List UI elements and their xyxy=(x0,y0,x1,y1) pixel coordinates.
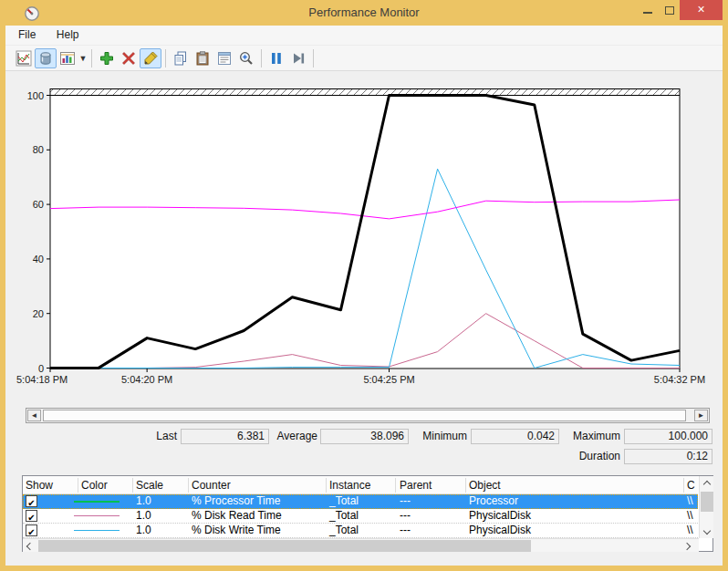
scroll-right-arrow-icon[interactable] xyxy=(683,543,690,549)
toolbar-add-counter[interactable] xyxy=(96,48,118,68)
scale-value: 1.0 xyxy=(136,524,151,537)
scroll-left-arrow-icon[interactable] xyxy=(26,543,33,549)
step-forward-icon xyxy=(290,50,307,67)
stat-average-label: Average xyxy=(259,429,317,443)
toolbar-highlight[interactable] xyxy=(140,48,161,68)
x-axis-label: 5:04:32 PM xyxy=(639,373,721,386)
col-parent[interactable]: Parent xyxy=(400,476,432,494)
add-plus-icon xyxy=(99,50,115,67)
scroll-up-arrow-icon[interactable] xyxy=(703,481,710,487)
x-axis-label: 5:04:20 PM xyxy=(106,373,188,386)
color-swatch xyxy=(74,530,120,531)
minimize-button[interactable] xyxy=(637,0,659,20)
stat-minimum-label: Minimum xyxy=(409,429,467,443)
col-object[interactable]: Object xyxy=(469,476,501,494)
col-scale[interactable]: Scale xyxy=(136,476,163,494)
delete-x-icon xyxy=(120,50,137,67)
title-bar[interactable]: Performance Monitor × xyxy=(0,0,728,26)
legend-row-disk-write-time[interactable]: ✔ 1.0 % Disk Write Time _Total --- Physi… xyxy=(23,524,698,538)
scale-value: 1.0 xyxy=(136,494,151,508)
toolbar-change-graph-type[interactable] xyxy=(57,48,78,68)
legend-row-processor-time[interactable]: ✔ 1.0 % Processor Time _Total --- Proces… xyxy=(23,494,698,509)
scroll-left-arrow-icon[interactable]: ◄ xyxy=(27,410,41,421)
minimize-icon xyxy=(643,12,652,14)
chart-svg xyxy=(47,88,683,375)
stat-last-label: Last xyxy=(119,429,177,443)
toolbar-properties[interactable] xyxy=(213,48,235,68)
paste-clipboard-icon xyxy=(194,50,211,67)
y-axis-label: 20 xyxy=(13,307,44,320)
toolbar-separator xyxy=(91,49,92,67)
computer-value: \\ xyxy=(687,524,693,537)
highlight-pencil-icon xyxy=(142,50,159,67)
stat-maximum-value: 100.000 xyxy=(624,429,712,444)
parent-value: --- xyxy=(400,524,411,537)
computer-value: \\ xyxy=(687,494,693,508)
toolbar-paste-counter-list[interactable] xyxy=(192,48,213,68)
color-swatch xyxy=(74,515,120,516)
y-axis-label: 80 xyxy=(13,143,44,156)
toolbar-update-data[interactable] xyxy=(287,48,309,68)
graph-type-dropdown-arrow[interactable]: ▼ xyxy=(78,54,88,63)
toolbar-delete-counter[interactable] xyxy=(118,48,140,68)
stat-minimum-value: 0.042 xyxy=(471,429,559,444)
col-color[interactable]: Color xyxy=(81,476,108,494)
show-checkbox[interactable]: ✔ xyxy=(26,524,37,536)
maximize-button[interactable] xyxy=(659,0,681,20)
maximize-icon xyxy=(665,6,674,15)
menu-help[interactable]: Help xyxy=(48,26,88,44)
log-data-cylinder-icon xyxy=(37,50,54,67)
scroll-right-arrow-icon[interactable]: ► xyxy=(694,410,708,421)
object-value: PhysicalDisk xyxy=(469,509,531,523)
chart-activity-icon xyxy=(16,50,32,67)
window-title: Performance Monitor xyxy=(0,5,728,19)
toolbar-view-log-data[interactable] xyxy=(35,48,57,68)
toolbar-separator xyxy=(165,49,166,67)
x-axis-label: 5:04:18 PM xyxy=(16,373,68,386)
y-axis-labels: 100806040200 xyxy=(13,88,44,380)
legend-vscroll-thumb[interactable] xyxy=(701,492,713,512)
toolbar-separator xyxy=(313,49,314,67)
time-scrollbar-thumb[interactable] xyxy=(43,410,686,421)
close-button[interactable]: × xyxy=(680,0,723,20)
col-show[interactable]: Show xyxy=(26,476,53,494)
toolbar-copy-properties[interactable] xyxy=(170,48,192,68)
toolbar-zoom[interactable] xyxy=(235,48,257,68)
show-checkbox[interactable]: ✔ xyxy=(26,495,37,507)
object-value: Processor xyxy=(469,494,518,508)
scale-value: 1.0 xyxy=(136,509,151,523)
legend-horizontal-scrollbar[interactable] xyxy=(23,538,699,552)
properties-icon xyxy=(216,50,233,67)
col-instance[interactable]: Instance xyxy=(329,476,370,494)
col-computer[interactable]: C xyxy=(687,476,695,494)
col-counter[interactable]: Counter xyxy=(192,476,231,494)
toolbar: ▼ xyxy=(5,46,723,71)
toolbar-separator xyxy=(261,49,262,67)
counter-name: % Disk Write Time xyxy=(192,524,281,537)
object-value: PhysicalDisk xyxy=(469,524,531,537)
toolbar-view-current-activity[interactable] xyxy=(13,48,35,68)
toolbar-freeze-display[interactable] xyxy=(265,48,287,68)
parent-value: --- xyxy=(400,509,411,523)
menu-bar: File Help xyxy=(5,26,723,46)
menu-file[interactable]: File xyxy=(10,26,44,44)
counter-name: % Processor Time xyxy=(192,494,280,508)
computer-value: \\ xyxy=(687,509,693,523)
close-icon: × xyxy=(697,2,704,16)
time-range-scrollbar[interactable]: ◄ ► xyxy=(26,408,710,423)
counter-name: % Disk Read Time xyxy=(192,509,282,523)
stat-duration-value: 0:12 xyxy=(624,449,712,464)
instance-value: _Total xyxy=(329,494,359,508)
legend-hscroll-thumb[interactable] xyxy=(38,540,531,552)
instance-value: _Total xyxy=(329,509,359,523)
legend-row-disk-read-time[interactable]: ✔ 1.0 % Disk Read Time _Total --- Physic… xyxy=(23,509,698,524)
zoom-magnifier-icon xyxy=(238,50,255,67)
parent-value: --- xyxy=(400,494,411,508)
show-checkbox[interactable]: ✔ xyxy=(26,510,37,522)
legend-vertical-scrollbar[interactable] xyxy=(699,476,713,538)
x-axis-labels: 5:04:18 PM5:04:20 PM5:04:25 PM5:04:32 PM xyxy=(0,373,728,388)
scroll-down-arrow-icon[interactable] xyxy=(703,527,710,534)
x-axis-label: 5:04:25 PM xyxy=(348,373,431,386)
stat-average-value: 38.096 xyxy=(320,429,409,444)
performance-monitor-window: Performance Monitor × File Help xyxy=(0,0,728,571)
